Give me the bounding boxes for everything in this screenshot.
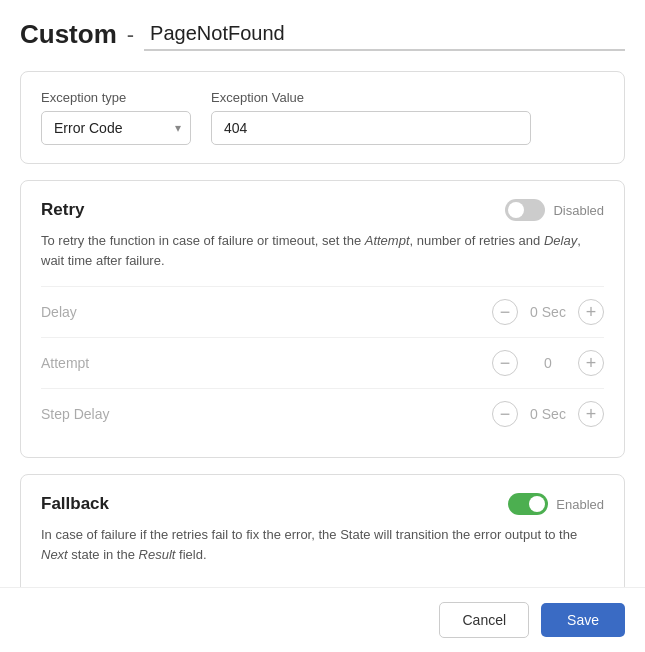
attempt-row: Attempt − 0 + [41, 337, 604, 388]
retry-description: To retry the function in case of failure… [41, 231, 604, 270]
retry-header: Retry Disabled [41, 199, 604, 221]
fallback-toggle-wrapper: Enabled [508, 493, 604, 515]
fallback-toggle-label: Enabled [556, 497, 604, 512]
retry-toggle[interactable] [505, 199, 545, 221]
retry-toggle-knob [508, 202, 524, 218]
step-delay-value: 0 Sec [528, 406, 568, 422]
exception-type-select-wrapper[interactable]: Error Code Exception Name Status Code ▾ [41, 111, 191, 145]
step-delay-increment-button[interactable]: + [578, 401, 604, 427]
attempt-decrement-button[interactable]: − [492, 350, 518, 376]
delay-increment-button[interactable]: + [578, 299, 604, 325]
delay-row: Delay − 0 Sec + [41, 286, 604, 337]
attempt-increment-button[interactable]: + [578, 350, 604, 376]
fallback-card: Fallback Enabled In case of failure if t… [20, 474, 625, 587]
custom-label: Custom [20, 19, 117, 50]
exception-card: Exception type Error Code Exception Name… [20, 71, 625, 164]
attempt-controls: − 0 + [492, 350, 604, 376]
step-delay-label: Step Delay [41, 406, 492, 422]
retry-card: Retry Disabled To retry the function in … [20, 180, 625, 458]
delay-value: 0 Sec [528, 304, 568, 320]
exception-type-label: Exception type [41, 90, 191, 105]
exception-type-group: Exception type Error Code Exception Name… [41, 90, 191, 145]
fallback-title: Fallback [41, 494, 109, 514]
exception-value-group: Exception Value [211, 90, 531, 145]
delay-label: Delay [41, 304, 492, 320]
header-dash: - [127, 22, 134, 48]
fallback-header: Fallback Enabled [41, 493, 604, 515]
delay-decrement-button[interactable]: − [492, 299, 518, 325]
retry-toggle-label: Disabled [553, 203, 604, 218]
exception-value-input[interactable] [211, 111, 531, 145]
fallback-description: In case of failure if the retries fail t… [41, 525, 604, 564]
fallback-toggle-knob [529, 496, 545, 512]
step-delay-row: Step Delay − 0 Sec + [41, 388, 604, 439]
save-button[interactable]: Save [541, 603, 625, 637]
footer: Cancel Save [0, 587, 645, 652]
page-header: Custom - [20, 18, 625, 51]
attempt-value: 0 [528, 355, 568, 371]
step-delay-decrement-button[interactable]: − [492, 401, 518, 427]
retry-toggle-wrapper: Disabled [505, 199, 604, 221]
exception-value-label: Exception Value [211, 90, 531, 105]
retry-title: Retry [41, 200, 84, 220]
step-delay-controls: − 0 Sec + [492, 401, 604, 427]
exception-type-select[interactable]: Error Code Exception Name Status Code [41, 111, 191, 145]
fallback-toggle[interactable] [508, 493, 548, 515]
name-input[interactable] [144, 18, 625, 51]
delay-controls: − 0 Sec + [492, 299, 604, 325]
exception-section: Exception type Error Code Exception Name… [41, 90, 604, 145]
attempt-label: Attempt [41, 355, 492, 371]
cancel-button[interactable]: Cancel [439, 602, 529, 638]
